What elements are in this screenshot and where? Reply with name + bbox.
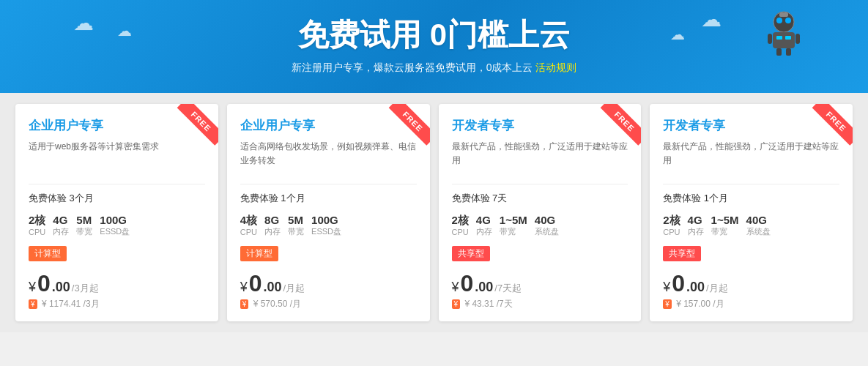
spec-item-2-2: 8G 内存 [264, 214, 281, 237]
spec-item-3-1: 2核 CPU [452, 214, 469, 237]
free-ribbon-4 [806, 104, 853, 151]
spec-value-2-4: 100G [311, 214, 338, 226]
cloud-icon-left2: ☁ [117, 22, 132, 40]
type-badge-2: 计算型 [240, 246, 278, 261]
price-tag-icon-3: ¥ [452, 299, 461, 309]
card-1[interactable]: 企业用户专享 适用于web服务器等计算密集需求 免费体验 3个月 2核 CPU … [15, 104, 218, 321]
price-period-4: /月起 [706, 282, 728, 295]
price-symbol-1: ¥ [29, 280, 36, 295]
card-2[interactable]: 企业用户专享 适合高网络包收发场景，例如视频弹幕、电信业务转发 免费体验 1个月… [227, 104, 430, 321]
spec-item-3-4: 40G 系统盘 [535, 214, 559, 237]
spec-item-3-2: 4G 内存 [476, 214, 492, 237]
spec-label-4-4: 系统盘 [746, 226, 771, 237]
cloud-icon-right: ☁ [701, 7, 722, 31]
spec-item-1-1: 2核 CPU [29, 214, 45, 237]
divider-3 [452, 184, 628, 184]
spec-value-4-3: 1~5M [711, 214, 739, 226]
price-tag-icon-2: ¥ [240, 299, 249, 309]
robot-icon [758, 7, 809, 59]
spec-label-4-3: 带宽 [711, 226, 727, 237]
spec-item-1-3: 5M 带宽 [76, 214, 92, 237]
svg-point-1 [776, 18, 782, 23]
price-section-1: ¥ 0 .00 /3月起 ¥ ¥ 1174.41 /3月 [29, 272, 205, 310]
spec-item-4-2: 4G 内存 [688, 214, 704, 237]
trial-period-4: 免费体验 1个月 [663, 192, 839, 205]
spec-label-3-1: CPU [452, 228, 469, 236]
price-main-4: ¥ 0 .00 /月起 [663, 272, 839, 295]
spec-item-3-3: 1~5M 带宽 [500, 214, 527, 237]
svg-rect-7 [795, 34, 800, 44]
spec-label-2-2: 内存 [264, 226, 281, 237]
banner: ☁ ☁ ☁ ☁ 免费试用 0门槛上云 新注册用户专享，爆款云服务器免费试用，0成… [0, 0, 868, 93]
specs-row-1: 2核 CPU 4G 内存 5M 带宽 100G ESSD盘 [29, 214, 205, 237]
spec-label-2-4: ESSD盘 [311, 226, 341, 237]
free-ribbon-2 [383, 104, 430, 151]
spec-label-4-2: 内存 [688, 226, 704, 237]
spec-value-4-4: 40G [746, 214, 767, 226]
spec-label-3-4: 系统盘 [535, 226, 559, 237]
original-price-2: ¥ ¥ 570.50 /月 [240, 298, 417, 310]
spec-value-2-3: 5M [288, 214, 303, 226]
spec-value-1-3: 5M [76, 214, 92, 226]
rules-link[interactable]: 活动规则 [535, 61, 576, 73]
banner-subtitle: 新注册用户专享，爆款云服务器免费试用，0成本上云 活动规则 [29, 61, 839, 75]
trial-period-3: 免费体验 7天 [452, 192, 628, 205]
spec-label-2-1: CPU [240, 228, 257, 236]
spec-value-4-2: 4G [688, 214, 702, 226]
specs-row-3: 2核 CPU 4G 内存 1~5M 带宽 40G 系统盘 [452, 214, 628, 237]
spec-value-1-4: 100G [100, 214, 127, 226]
price-integer-1: 0 [37, 272, 51, 295]
spec-item-1-4: 100G ESSD盘 [100, 214, 130, 237]
spec-label-3-2: 内存 [476, 226, 492, 237]
card-3[interactable]: 开发者专享 最新代产品，性能强劲，广泛适用于建站等应用 免费体验 7天 2核 C… [439, 104, 642, 321]
cloud-icon-left: ☁ [73, 11, 94, 35]
spec-label-2-3: 带宽 [288, 226, 304, 237]
price-decimal-1: .00 [52, 280, 70, 295]
spec-item-4-4: 40G 系统盘 [746, 214, 771, 237]
price-tag-icon-1: ¥ [29, 299, 37, 309]
spec-label-3-3: 带宽 [500, 226, 516, 237]
spec-item-2-3: 5M 带宽 [288, 214, 304, 237]
type-badge-3: 共享型 [452, 246, 490, 261]
type-badge-1: 计算型 [29, 246, 67, 261]
price-decimal-3: .00 [475, 280, 493, 295]
card-4[interactable]: 开发者专享 最新代产品，性能强劲，广泛适用于建站等应用 免费体验 1个月 2核 … [650, 104, 853, 321]
price-main-3: ¥ 0 .00 /7天起 [452, 272, 628, 295]
spec-label-1-2: 内存 [53, 226, 69, 237]
spec-item-4-1: 2核 CPU [663, 214, 680, 237]
price-integer-3: 0 [461, 272, 474, 295]
spec-label-1-1: CPU [29, 228, 45, 236]
price-period-2: /月起 [283, 282, 305, 295]
spec-label-4-1: CPU [663, 228, 680, 236]
spec-value-3-4: 40G [535, 214, 555, 226]
spec-value-1-1: 2核 [29, 214, 45, 228]
trial-period-1: 免费体验 3个月 [29, 192, 205, 205]
price-tag-icon-4: ¥ [663, 299, 672, 309]
svg-rect-4 [776, 36, 782, 40]
price-integer-4: 0 [672, 272, 685, 295]
price-period-3: /7天起 [494, 282, 522, 295]
free-ribbon-3 [594, 104, 641, 151]
spec-item-4-3: 1~5M 带宽 [711, 214, 739, 237]
spec-value-1-2: 4G [53, 214, 67, 226]
specs-row-2: 4核 CPU 8G 内存 5M 带宽 100G ESSD盘 [240, 214, 417, 237]
svg-point-2 [785, 18, 791, 23]
price-decimal-4: .00 [686, 280, 705, 295]
svg-rect-6 [768, 34, 772, 44]
price-section-3: ¥ 0 .00 /7天起 ¥ ¥ 43.31 /7天 [452, 272, 628, 310]
cards-container: 企业用户专享 适用于web服务器等计算密集需求 免费体验 3个月 2核 CPU … [0, 93, 868, 332]
divider-2 [240, 184, 417, 184]
spec-item-1-2: 4G 内存 [53, 214, 69, 237]
specs-row-4: 2核 CPU 4G 内存 1~5M 带宽 40G 系统盘 [663, 214, 839, 237]
svg-rect-5 [785, 36, 791, 40]
svg-rect-3 [773, 32, 795, 48]
price-main-1: ¥ 0 .00 /3月起 [29, 272, 205, 295]
price-period-1: /3月起 [72, 282, 99, 295]
svg-rect-8 [776, 48, 782, 56]
spec-value-3-2: 4G [476, 214, 491, 226]
price-section-4: ¥ 0 .00 /月起 ¥ ¥ 157.00 /月 [663, 272, 839, 310]
spec-value-3-1: 2核 [452, 214, 469, 228]
original-price-3: ¥ ¥ 43.31 /7天 [452, 298, 628, 310]
price-symbol-4: ¥ [663, 280, 670, 295]
divider-1 [29, 184, 205, 184]
